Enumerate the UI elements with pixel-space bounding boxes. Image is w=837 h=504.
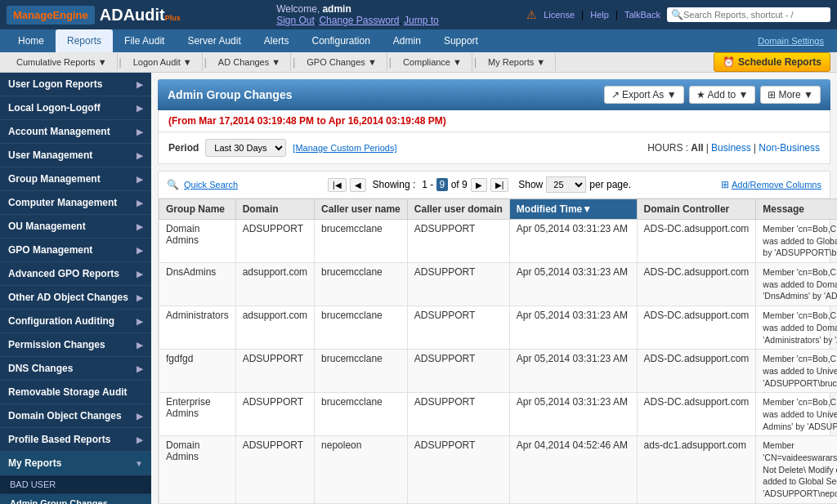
cell-domain: ADSUPPORT: [235, 220, 314, 263]
cell-message: Member 'cn=Bob,CN=Builtin,DC=adsupport,D…: [756, 263, 837, 306]
table-row[interactable]: Administrators adsupport.com brucemcclan…: [159, 306, 838, 350]
jump-to-link[interactable]: Jump to: [404, 15, 439, 26]
add-remove-columns-link[interactable]: Add/Remove Columns: [732, 180, 821, 190]
help-link[interactable]: Help: [590, 10, 609, 20]
per-page-text: per page.: [589, 179, 631, 190]
sidebar-item-ou-mgmt[interactable]: OU Management ▶: [0, 215, 151, 239]
prev-page-button[interactable]: ◀: [350, 178, 366, 192]
sidebar-item-gpo-mgmt[interactable]: GPO Management ▶: [0, 239, 151, 262]
col-group-name[interactable]: Group Name: [159, 199, 236, 220]
subnav-cumulative[interactable]: Cumulative Reports ▼: [7, 53, 118, 71]
cell-caller-user: brucemcclane: [315, 350, 408, 393]
license-link[interactable]: License: [544, 10, 575, 20]
nav-support[interactable]: Support: [432, 29, 490, 52]
sidebar-item-permission[interactable]: Permission Changes ▶: [0, 333, 151, 357]
period-label: Period: [168, 142, 199, 154]
table-row[interactable]: Domain Admins ADSUPPORT brucemcclane ADS…: [159, 220, 838, 263]
cell-caller-user: brucemcclane: [315, 263, 408, 306]
sidebar-item-domain-obj[interactable]: Domain Object Changes ▶: [0, 404, 151, 428]
search-icon: 🔍: [671, 9, 683, 20]
cell-domain: adsupport.com: [235, 263, 314, 306]
schedule-reports-button[interactable]: ⏰ Schedule Reports: [714, 52, 830, 72]
nav-alerts[interactable]: Alerts: [253, 29, 301, 52]
col-domain-controller[interactable]: Domain Controller: [637, 199, 756, 220]
my-reports-bad-user[interactable]: BAD USER: [0, 475, 151, 494]
filter-bar: Period Last 30 Days Last 7 Days Today [M…: [158, 132, 830, 164]
col-caller-user[interactable]: Caller user name: [315, 199, 408, 220]
period-select[interactable]: Last 30 Days Last 7 Days Today: [205, 139, 286, 157]
page-title: Admin Group Changes: [168, 88, 292, 101]
chevron-right-icon: ▶: [137, 80, 143, 89]
date-range-bar: (From Mar 17,2014 03:19:48 PM to Apr 16,…: [158, 110, 830, 132]
domain-settings-link[interactable]: Domain Settings: [758, 36, 830, 46]
nav-configuration[interactable]: Configuration: [300, 29, 381, 52]
table-row[interactable]: DnsAdmins adsupport.com brucemcclane ADS…: [159, 263, 838, 306]
sidebar-item-dns[interactable]: DNS Changes ▶: [0, 357, 151, 381]
next-page-button[interactable]: ▶: [471, 178, 487, 192]
chevron-right-icon: ▶: [137, 317, 143, 326]
nav-home[interactable]: Home: [7, 29, 56, 52]
nav-admin[interactable]: Admin: [382, 29, 432, 52]
sidebar-item-removable[interactable]: Removable Storage Audit: [0, 381, 151, 404]
data-table-container: 🔍 Quick Search |◀ ◀ Showing : 1 - 9 of 9…: [158, 171, 830, 504]
table-header-row: Group Name Domain Caller user name Calle…: [159, 199, 838, 220]
sidebar-item-computer-mgmt[interactable]: Computer Management ▶: [0, 191, 151, 215]
cell-caller-domain: ADSUPPORT: [407, 393, 509, 436]
last-page-button[interactable]: ▶|: [490, 178, 509, 192]
hours-nonbusiness-link[interactable]: Non-Business: [759, 142, 820, 154]
sign-out-link[interactable]: Sign Out: [276, 15, 315, 26]
table-row[interactable]: Domain Admins ADSUPPORT nepoleon ADSUPPO…: [159, 436, 838, 503]
my-reports-admin-group[interactable]: Admin Group Changes: [0, 494, 151, 504]
search-input[interactable]: [683, 10, 814, 20]
subnav-compliance[interactable]: Compliance ▼: [393, 53, 472, 71]
sidebar-item-local-logon[interactable]: Local Logon-Logoff ▶: [0, 96, 151, 120]
hours-all-link[interactable]: All: [691, 142, 703, 154]
manage-custom-link[interactable]: [Manage Custom Periods]: [293, 143, 396, 153]
cell-domain-controller: ADS-DC.adsupport.com: [637, 306, 756, 350]
talkback-link[interactable]: TalkBack: [624, 10, 660, 20]
col-domain[interactable]: Domain: [235, 199, 314, 220]
sidebar-item-other-ad[interactable]: Other AD Object Changes ▶: [0, 286, 151, 310]
chevron-right-icon: ▶: [137, 412, 143, 421]
table-row[interactable]: Enterprise Admins ADSUPPORT brucemcclane…: [159, 393, 838, 436]
cell-domain: adsupport.com: [235, 306, 314, 350]
cell-domain-controller: ADS-DC.adsupport.com: [637, 393, 756, 436]
more-button[interactable]: ⊞ More ▼: [760, 86, 821, 104]
chevron-right-icon: ▶: [137, 246, 143, 255]
sidebar-my-reports[interactable]: My Reports ▼: [0, 452, 151, 475]
sidebar-item-profile[interactable]: Profile Based Reports ▶: [0, 428, 151, 452]
sidebar-item-config-audit[interactable]: Configuration Auditing ▶: [0, 310, 151, 333]
quick-search-link[interactable]: Quick Search: [184, 180, 238, 190]
export-as-button[interactable]: ↗ Export As ▼: [604, 86, 684, 104]
sidebar-item-advanced-gpo[interactable]: Advanced GPO Reports ▶: [0, 262, 151, 286]
chevron-right-icon: ▶: [137, 175, 143, 184]
sidebar-item-account-mgmt[interactable]: Account Management ▶: [0, 120, 151, 144]
table-row[interactable]: fgdfgd ADSUPPORT brucemcclane ADSUPPORT …: [159, 350, 838, 393]
cell-domain: ADSUPPORT: [235, 436, 314, 503]
cell-domain-controller: ADS-DC.adsupport.com: [637, 220, 756, 263]
add-to-button[interactable]: ★ Add to ▼: [689, 86, 756, 104]
subnav-ad-changes[interactable]: AD Changes ▼: [208, 53, 291, 71]
subnav-gpo[interactable]: GPO Changes ▼: [297, 53, 387, 71]
warning-icon: ⚠: [526, 8, 537, 21]
col-caller-domain[interactable]: Caller user domain: [407, 199, 509, 220]
col-modified-time[interactable]: Modified Time▼: [509, 199, 637, 220]
sidebar-item-group-mgmt[interactable]: Group Management ▶: [0, 167, 151, 191]
sidebar-item-user-mgmt[interactable]: User Management ▶: [0, 144, 151, 167]
nav-file-audit[interactable]: File Audit: [113, 29, 176, 52]
col-message[interactable]: Message: [756, 199, 837, 220]
rows-per-page-select[interactable]: 25 50 100: [546, 176, 586, 193]
nav-server-audit[interactable]: Server Audit: [176, 29, 252, 52]
top-links: ⚠ License | Help | TalkBack 🔍: [526, 7, 830, 22]
date-range-text: (From Mar 17,2014 03:19:48 PM to Apr 16,…: [168, 115, 446, 127]
hours-business-link[interactable]: Business: [711, 142, 751, 154]
subnav-my-reports[interactable]: My Reports ▼: [478, 53, 556, 71]
change-password-link[interactable]: Change Password: [319, 15, 399, 26]
cell-modified-time: Apr 05,2014 03:31:23 AM: [509, 220, 637, 263]
nav-reports[interactable]: Reports: [56, 29, 113, 52]
first-page-button[interactable]: |◀: [328, 178, 347, 192]
cell-message: Member 'cn=Bob,CN=Builtin,DC=adsupport,D…: [756, 306, 837, 350]
sidebar-item-user-logon[interactable]: User Logon Reports ▶: [0, 73, 151, 96]
subnav-logon[interactable]: Logon Audit ▼: [123, 53, 203, 71]
cell-group-name: Administrators: [159, 306, 236, 350]
